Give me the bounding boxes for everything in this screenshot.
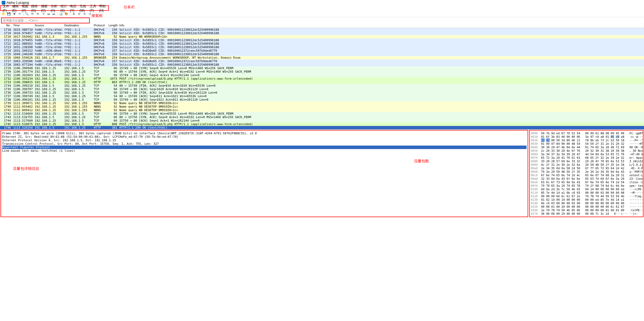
hex-line[interactable]: 0110 85 7e 4d 14 a1 0b c0 03 00 00 00 03…	[531, 191, 642, 195]
col-header-proto[interactable]: Protocol	[93, 24, 108, 28]
hex-line[interactable]: 0160 2e 74 78 74 50 4b 05 06 00 00 00 00…	[531, 209, 642, 212]
toolbar-goto-icon[interactable]: ⇥	[41, 12, 45, 16]
packet-row[interactable]: 17241031.340152fe80::c036:86e6:b43…ff02:…	[0, 49, 644, 52]
menu-item[interactable]: 电话(Y)	[69, 4, 78, 12]
packet-row[interactable]: 17371106.399749192.168.1.5192.168.1.25TC…	[0, 94, 644, 98]
packet-row[interactable]: 17181015.980710fe80::f1fa:dfdd:7eb…ff02:…	[0, 28, 644, 31]
hex-line[interactable]: 0100 0d 0a 2d 3e 7c 50 4b 03 04 14 00 00…	[531, 188, 642, 191]
col-header-len[interactable]: Length	[108, 24, 118, 28]
packet-row[interactable]: 17341106.399210192.168.1.5192.168.1.25TC…	[0, 84, 644, 87]
menu-bar[interactable]: 文件(F)编辑(E)视图(V)跳转(G)捕获(C)分析(A)统计(S)电话(Y)…	[0, 5, 109, 11]
packet-row[interactable]: 17271063.339586fe80::c036:86e6:b43…ff02:…	[0, 59, 644, 63]
hex-line[interactable]: 0170 36 00 00 00 29 00 00 00 00 00 7c 3c…	[531, 212, 642, 216]
annotation-taskbar: 任务栏	[124, 5, 135, 10]
toolbar-zoomout-icon[interactable]: ⊖	[77, 12, 81, 16]
col-header-time[interactable]: Time	[12, 24, 34, 28]
hex-line[interactable]: 0090 4c 2f 31 2e 30 2e 32 6a 20 50 48 50…	[531, 163, 642, 167]
packet-row[interactable]: 17321106.393234192.168.1.25192.168.1.5HT…	[0, 77, 644, 80]
menu-item[interactable]: 帮助(H)	[98, 4, 107, 12]
detail-line[interactable]: Transmission Control Protocol, Src Port:…	[2, 142, 527, 146]
menu-item[interactable]: 跳转(G)	[30, 4, 39, 12]
packet-row[interactable]: 17461113.520258192.168.1.5192.168.1.25HT…	[0, 126, 644, 129]
packet-row[interactable]: 17211018.979455fe80::f1fa:dfdd:7eb…ff02:…	[0, 38, 644, 42]
detail-line[interactable]: Internet Protocol Version 4, Src: 192.16…	[2, 139, 527, 142]
packet-row[interactable]: 17221022.980502fe80::f1fa:dfdd:7eb…ff02:…	[0, 42, 644, 45]
toolbar-reload-icon[interactable]: ⟳	[17, 12, 22, 16]
packet-row[interactable]: 17311106.392603192.168.1.25192.168.1.5TC…	[0, 73, 644, 77]
col-header-dest[interactable]: Destination	[63, 24, 93, 28]
packet-row[interactable]: 17411112.809412192.168.1.25192.168.1.255…	[0, 108, 644, 112]
hex-line[interactable]: 0070 65 72 3a 20 41 70 61 63 68 65 2f 32…	[531, 156, 642, 160]
packet-row[interactable]: 17451113.518075192.168.1.25192.168.1.5HT…	[0, 122, 644, 126]
hex-line[interactable]: 0080 33 20 28 57 69 6e 33 32 29 20 4f 70…	[531, 160, 642, 163]
toolbar-zoom100-icon[interactable]: ⊜	[82, 12, 87, 16]
hex-line[interactable]: 0030 01 00 97 84 00 00 48 54 54 50 2f 31…	[531, 142, 642, 146]
menu-item[interactable]: 编辑(E)	[11, 4, 20, 12]
toolbar-autoscroll-icon[interactable]: 📊	[59, 12, 63, 16]
packet-bytes-pane[interactable]: 0000 50 7b 9d ed 67 70 52 54 00 99 61 88…	[529, 130, 643, 217]
menu-item[interactable]: 视图(V)	[21, 4, 30, 12]
packet-row[interactable]: 17291106.390948192.168.1.25192.168.1.5TC…	[0, 66, 644, 70]
packet-row[interactable]: 17201017.503682192.168.1.3192.168.1.255N…	[0, 35, 644, 38]
hex-line[interactable]: 0020 01 19 00 50 3d 86 d6 21 f8 8b eb f3…	[531, 139, 642, 142]
packet-row[interactable]: 17391111.309671192.168.1.25192.168.1.255…	[0, 101, 644, 105]
hex-line[interactable]: 0140 0b c0 03 00 00 00 03 00 00 00 08 00…	[531, 202, 642, 205]
toolbar-first-icon[interactable]: ⏮	[46, 12, 51, 16]
toolbar-back-icon[interactable]: ⬅	[30, 12, 35, 16]
detail-line[interactable]: Ethernet II, Src: RealtekU_99:61:88 (52:…	[2, 135, 527, 139]
toolbar-close-icon[interactable]: ✖	[12, 12, 17, 16]
hex-line[interactable]: 0040 30 30 20 4f 4b 0d 0a 44 61 74 65 3a…	[531, 146, 642, 149]
hex-line[interactable]: 00e0 63 6c 6f 73 65 0d 0a 43 6f 6e 74 65…	[531, 181, 642, 184]
toolbar-fwd-icon[interactable]: ➡	[35, 12, 40, 16]
col-header-no[interactable]: No.	[0, 24, 12, 28]
packet-row[interactable]: 17431113.516755192.168.1.5192.168.1.25TC…	[0, 115, 644, 119]
hex-line[interactable]: 00d0 32 33 0d 0a 43 6f 6e 6e 65 63 74 69…	[531, 177, 642, 181]
detail-line[interactable]: Hypertext Transfer Protocol	[2, 146, 527, 149]
packet-row[interactable]: 17401112.059402192.168.1.25192.168.1.255…	[0, 105, 644, 108]
display-filter-input[interactable]	[2, 18, 89, 23]
annotation-hex: 流量包数	[414, 159, 429, 164]
detail-line[interactable]: Line-based text data: text/html (1 lines…	[2, 149, 527, 153]
hex-line[interactable]: 0000 50 7b 9d ed 67 70 52 54 00 99 61 88…	[531, 132, 642, 135]
toolbar-find-icon[interactable]: 🔍	[24, 12, 29, 16]
packet-row[interactable]: 17381106.400201192.168.1.25192.168.1.5TC…	[0, 98, 644, 101]
packet-row[interactable]: 17361106.399733192.168.1.25192.168.1.5TC…	[0, 91, 644, 94]
hex-line[interactable]: 00b0 79 3a 20 50 48 50 2f 35 2e 34 2e 34…	[531, 170, 642, 174]
menu-item[interactable]: 分析(A)	[50, 4, 59, 12]
packet-row[interactable]: 17421113.516660192.168.1.25192.168.1.5TC…	[0, 112, 644, 115]
toolbar-open-icon[interactable]: 📁	[1, 12, 6, 16]
hex-line[interactable]: 0120 00 00 00 66 6c 61 67 2e 74 78 74 44…	[531, 195, 642, 198]
packet-row[interactable]: 17351106.399707192.168.1.25192.168.1.5TC…	[0, 87, 644, 91]
col-header-info[interactable]: Info	[118, 24, 644, 28]
packet-row[interactable]: 17281083.077294fe80::f1fa:dfdd:7eb…ff02:…	[0, 63, 644, 66]
toolbar-last-icon[interactable]: ⏭	[51, 12, 56, 16]
hex-line[interactable]: 0060 3a 34 37 3a 34 39 20 47 4d 54 0d 0a…	[531, 153, 642, 156]
toolbar-zoomin-icon[interactable]: ⊕	[71, 12, 76, 16]
hex-line[interactable]: 00c0 6f 6e 74 65 6e 74 2d 4c 65 6e 67 74…	[531, 174, 642, 177]
hex-line[interactable]: 00f0 79 70 65 3a 20 74 65 78 74 2f 68 74…	[531, 184, 642, 188]
packet-details-pane[interactable]: 流量包详细信息 Frame 1746: 381 bytes on wire (3…	[1, 130, 528, 217]
packet-row[interactable]: 17251049.240240fe80::f1fa:dfdd:7eb…ff02:…	[0, 52, 644, 56]
hex-line[interactable]: 0130 01 02 14 00 14 00 00 00 00 00 ed 85…	[531, 198, 642, 202]
toolbar-colorize-icon[interactable]: 🎨	[64, 12, 69, 16]
menu-item[interactable]: 无线(W)	[78, 4, 88, 12]
packet-row[interactable]: 17191016.979457fe80::f1fa:dfdd:7eb…ff02:…	[0, 31, 644, 35]
packet-row[interactable]: 17261060.559626192.168.1.7192.168.1.255B…	[0, 56, 644, 59]
menu-item[interactable]: 工具(T)	[89, 4, 98, 12]
detail-line[interactable]: Frame 1746: 381 bytes on wire (3048 bits…	[2, 132, 527, 135]
packet-row[interactable]: 17331106.398815192.168.1.5192.168.1.25HT…	[0, 80, 644, 84]
hex-line[interactable]: 00a0 2e 34 35 0d 0a 58 2d 50 6f 77 65 72…	[531, 167, 642, 170]
packet-list[interactable]: 17181015.980710fe80::f1fa:dfdd:7eb…ff02:…	[0, 28, 644, 129]
toolbar-save-icon[interactable]: 💾	[6, 12, 11, 16]
menu-item[interactable]: 捕获(C)	[40, 4, 49, 12]
hex-line[interactable]: 0150 00 00 01 00 20 00 00 00 00 00 00 00…	[531, 205, 642, 209]
col-header-source[interactable]: Source	[34, 24, 63, 28]
hex-line[interactable]: 0010 01 6f 3b 83 40 00 80 06 3a 97 c0 a8…	[531, 135, 642, 139]
packet-row[interactable]: 17301106.391774192.168.1.5192.168.1.25TC…	[0, 70, 644, 73]
menu-item[interactable]: 统计(S)	[59, 4, 69, 12]
hex-line[interactable]: 0050 2c 20 33 30 20 4e 6f 76 20 32 30 31…	[531, 149, 642, 153]
packet-row[interactable]: 17441113.517600192.168.1.25192.168.1.5TC…	[0, 119, 644, 122]
packet-row[interactable]: 17231031.238398fe80::f1fa:dfdd:7eb…ff02:…	[0, 45, 644, 49]
menu-item[interactable]: 文件(F)	[2, 4, 10, 12]
packet-list-header[interactable]: No. Time Source Destination Protocol Len…	[0, 24, 644, 28]
